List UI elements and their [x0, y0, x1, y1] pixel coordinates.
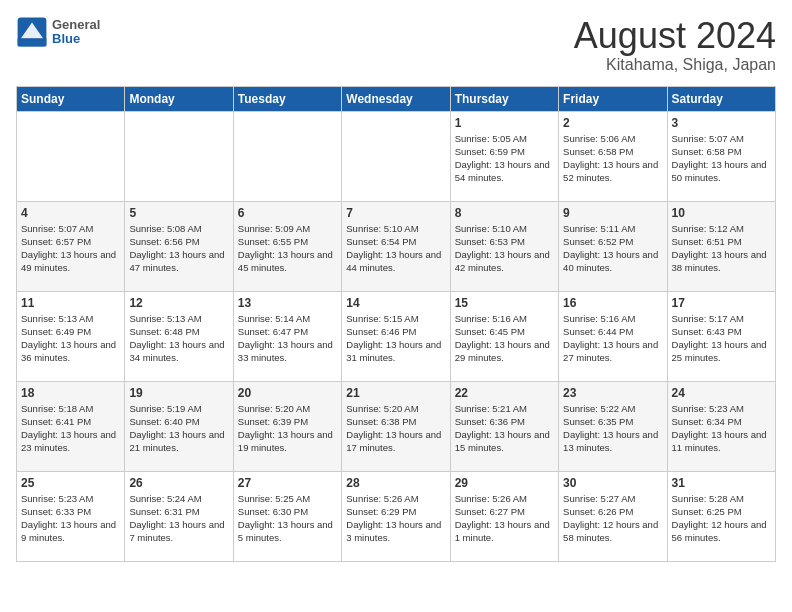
calendar-title: August 2024: [574, 16, 776, 56]
day-number: 21: [346, 386, 445, 400]
day-number: 5: [129, 206, 228, 220]
empty-day: [233, 111, 341, 201]
weekday-header: Tuesday: [233, 86, 341, 111]
day-info: Sunrise: 5:20 AM Sunset: 6:38 PM Dayligh…: [346, 402, 445, 455]
calendar-day: 6Sunrise: 5:09 AM Sunset: 6:55 PM Daylig…: [233, 201, 341, 291]
calendar-day: 13Sunrise: 5:14 AM Sunset: 6:47 PM Dayli…: [233, 291, 341, 381]
calendar-day: 11Sunrise: 5:13 AM Sunset: 6:49 PM Dayli…: [17, 291, 125, 381]
day-info: Sunrise: 5:27 AM Sunset: 6:26 PM Dayligh…: [563, 492, 662, 545]
day-number: 30: [563, 476, 662, 490]
day-number: 13: [238, 296, 337, 310]
day-info: Sunrise: 5:19 AM Sunset: 6:40 PM Dayligh…: [129, 402, 228, 455]
day-info: Sunrise: 5:10 AM Sunset: 6:53 PM Dayligh…: [455, 222, 554, 275]
day-info: Sunrise: 5:13 AM Sunset: 6:48 PM Dayligh…: [129, 312, 228, 365]
calendar-table: SundayMondayTuesdayWednesdayThursdayFrid…: [16, 86, 776, 562]
calendar-day: 1Sunrise: 5:05 AM Sunset: 6:59 PM Daylig…: [450, 111, 558, 201]
day-number: 23: [563, 386, 662, 400]
day-number: 1: [455, 116, 554, 130]
calendar-day: 23Sunrise: 5:22 AM Sunset: 6:35 PM Dayli…: [559, 381, 667, 471]
calendar-day: 25Sunrise: 5:23 AM Sunset: 6:33 PM Dayli…: [17, 471, 125, 561]
day-number: 19: [129, 386, 228, 400]
day-info: Sunrise: 5:23 AM Sunset: 6:33 PM Dayligh…: [21, 492, 120, 545]
calendar-day: 26Sunrise: 5:24 AM Sunset: 6:31 PM Dayli…: [125, 471, 233, 561]
svg-rect-2: [18, 38, 47, 46]
day-info: Sunrise: 5:15 AM Sunset: 6:46 PM Dayligh…: [346, 312, 445, 365]
weekday-header: Wednesday: [342, 86, 450, 111]
day-number: 16: [563, 296, 662, 310]
day-info: Sunrise: 5:12 AM Sunset: 6:51 PM Dayligh…: [672, 222, 771, 275]
calendar-day: 24Sunrise: 5:23 AM Sunset: 6:34 PM Dayli…: [667, 381, 775, 471]
logo-blue-text: Blue: [52, 32, 100, 46]
day-info: Sunrise: 5:26 AM Sunset: 6:29 PM Dayligh…: [346, 492, 445, 545]
calendar-day: 5Sunrise: 5:08 AM Sunset: 6:56 PM Daylig…: [125, 201, 233, 291]
day-info: Sunrise: 5:16 AM Sunset: 6:45 PM Dayligh…: [455, 312, 554, 365]
day-number: 15: [455, 296, 554, 310]
calendar-day: 14Sunrise: 5:15 AM Sunset: 6:46 PM Dayli…: [342, 291, 450, 381]
day-number: 22: [455, 386, 554, 400]
day-info: Sunrise: 5:24 AM Sunset: 6:31 PM Dayligh…: [129, 492, 228, 545]
logo-general-text: General: [52, 18, 100, 32]
calendar-day: 2Sunrise: 5:06 AM Sunset: 6:58 PM Daylig…: [559, 111, 667, 201]
day-info: Sunrise: 5:28 AM Sunset: 6:25 PM Dayligh…: [672, 492, 771, 545]
day-number: 8: [455, 206, 554, 220]
day-info: Sunrise: 5:20 AM Sunset: 6:39 PM Dayligh…: [238, 402, 337, 455]
day-info: Sunrise: 5:11 AM Sunset: 6:52 PM Dayligh…: [563, 222, 662, 275]
day-info: Sunrise: 5:21 AM Sunset: 6:36 PM Dayligh…: [455, 402, 554, 455]
day-info: Sunrise: 5:26 AM Sunset: 6:27 PM Dayligh…: [455, 492, 554, 545]
empty-day: [342, 111, 450, 201]
calendar-day: 4Sunrise: 5:07 AM Sunset: 6:57 PM Daylig…: [17, 201, 125, 291]
day-info: Sunrise: 5:06 AM Sunset: 6:58 PM Dayligh…: [563, 132, 662, 185]
calendar-day: 3Sunrise: 5:07 AM Sunset: 6:58 PM Daylig…: [667, 111, 775, 201]
day-info: Sunrise: 5:25 AM Sunset: 6:30 PM Dayligh…: [238, 492, 337, 545]
title-block: August 2024 Kitahama, Shiga, Japan: [574, 16, 776, 74]
day-info: Sunrise: 5:16 AM Sunset: 6:44 PM Dayligh…: [563, 312, 662, 365]
calendar-day: 9Sunrise: 5:11 AM Sunset: 6:52 PM Daylig…: [559, 201, 667, 291]
day-info: Sunrise: 5:07 AM Sunset: 6:58 PM Dayligh…: [672, 132, 771, 185]
weekday-header: Thursday: [450, 86, 558, 111]
day-number: 18: [21, 386, 120, 400]
calendar-day: 20Sunrise: 5:20 AM Sunset: 6:39 PM Dayli…: [233, 381, 341, 471]
day-number: 29: [455, 476, 554, 490]
day-info: Sunrise: 5:10 AM Sunset: 6:54 PM Dayligh…: [346, 222, 445, 275]
day-number: 3: [672, 116, 771, 130]
calendar-day: 8Sunrise: 5:10 AM Sunset: 6:53 PM Daylig…: [450, 201, 558, 291]
day-number: 24: [672, 386, 771, 400]
calendar-subtitle: Kitahama, Shiga, Japan: [574, 56, 776, 74]
calendar-day: 15Sunrise: 5:16 AM Sunset: 6:45 PM Dayli…: [450, 291, 558, 381]
calendar-day: 31Sunrise: 5:28 AM Sunset: 6:25 PM Dayli…: [667, 471, 775, 561]
calendar-day: 30Sunrise: 5:27 AM Sunset: 6:26 PM Dayli…: [559, 471, 667, 561]
day-info: Sunrise: 5:13 AM Sunset: 6:49 PM Dayligh…: [21, 312, 120, 365]
calendar-day: 21Sunrise: 5:20 AM Sunset: 6:38 PM Dayli…: [342, 381, 450, 471]
day-info: Sunrise: 5:17 AM Sunset: 6:43 PM Dayligh…: [672, 312, 771, 365]
calendar-day: 29Sunrise: 5:26 AM Sunset: 6:27 PM Dayli…: [450, 471, 558, 561]
day-number: 20: [238, 386, 337, 400]
calendar-day: 19Sunrise: 5:19 AM Sunset: 6:40 PM Dayli…: [125, 381, 233, 471]
day-number: 4: [21, 206, 120, 220]
day-info: Sunrise: 5:18 AM Sunset: 6:41 PM Dayligh…: [21, 402, 120, 455]
weekday-header: Monday: [125, 86, 233, 111]
calendar-day: 17Sunrise: 5:17 AM Sunset: 6:43 PM Dayli…: [667, 291, 775, 381]
calendar-day: 27Sunrise: 5:25 AM Sunset: 6:30 PM Dayli…: [233, 471, 341, 561]
calendar-day: 10Sunrise: 5:12 AM Sunset: 6:51 PM Dayli…: [667, 201, 775, 291]
day-info: Sunrise: 5:22 AM Sunset: 6:35 PM Dayligh…: [563, 402, 662, 455]
page-header: General Blue August 2024 Kitahama, Shiga…: [16, 16, 776, 74]
weekday-header: Friday: [559, 86, 667, 111]
day-number: 26: [129, 476, 228, 490]
empty-day: [17, 111, 125, 201]
day-number: 25: [21, 476, 120, 490]
day-info: Sunrise: 5:05 AM Sunset: 6:59 PM Dayligh…: [455, 132, 554, 185]
day-number: 14: [346, 296, 445, 310]
day-number: 17: [672, 296, 771, 310]
day-number: 6: [238, 206, 337, 220]
day-number: 28: [346, 476, 445, 490]
calendar-day: 22Sunrise: 5:21 AM Sunset: 6:36 PM Dayli…: [450, 381, 558, 471]
day-number: 9: [563, 206, 662, 220]
day-number: 31: [672, 476, 771, 490]
calendar-day: 12Sunrise: 5:13 AM Sunset: 6:48 PM Dayli…: [125, 291, 233, 381]
calendar-day: 18Sunrise: 5:18 AM Sunset: 6:41 PM Dayli…: [17, 381, 125, 471]
day-number: 7: [346, 206, 445, 220]
empty-day: [125, 111, 233, 201]
weekday-header: Sunday: [17, 86, 125, 111]
day-number: 12: [129, 296, 228, 310]
day-info: Sunrise: 5:09 AM Sunset: 6:55 PM Dayligh…: [238, 222, 337, 275]
